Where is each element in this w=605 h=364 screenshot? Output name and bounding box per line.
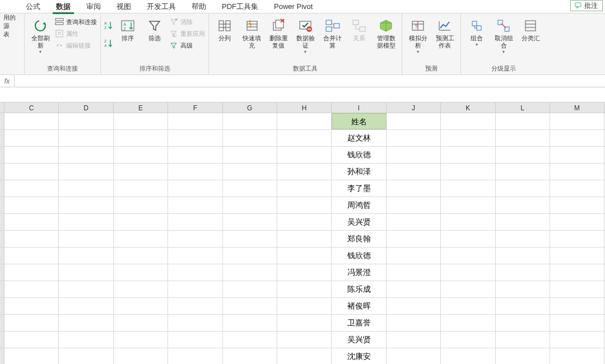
cell[interactable]	[277, 164, 332, 180]
cell[interactable]	[59, 180, 113, 197]
cell[interactable]	[223, 231, 277, 247]
col-header-F[interactable]: F	[168, 102, 222, 113]
cell[interactable]	[441, 214, 495, 230]
cell[interactable]	[59, 281, 113, 297]
cell[interactable]	[387, 197, 441, 213]
cell[interactable]	[59, 164, 113, 180]
cell[interactable]	[441, 147, 495, 163]
col-header-J[interactable]: J	[387, 102, 441, 113]
cell[interactable]	[441, 180, 495, 197]
cell[interactable]	[550, 130, 604, 146]
cell[interactable]	[277, 332, 332, 348]
cell[interactable]	[441, 332, 495, 348]
cell[interactable]	[59, 113, 113, 129]
text-to-columns-button[interactable]: 分列	[212, 16, 237, 44]
data-validation-button[interactable]: 数据验证 ▾	[293, 16, 318, 57]
cell[interactable]	[441, 348, 495, 364]
cell[interactable]	[4, 248, 59, 264]
cell[interactable]	[59, 264, 113, 281]
cell[interactable]: 沈康安	[332, 348, 386, 364]
tab-devtools[interactable]: 开发工具	[139, 0, 184, 13]
cell[interactable]	[114, 197, 168, 213]
cell[interactable]	[223, 197, 277, 213]
cell[interactable]	[550, 180, 604, 197]
cell[interactable]	[168, 298, 222, 314]
col-header-M[interactable]: M	[550, 102, 604, 113]
cell[interactable]	[277, 264, 332, 281]
cell[interactable]	[496, 214, 550, 230]
cell[interactable]	[550, 164, 604, 180]
cell[interactable]: 周鸿哲	[332, 197, 386, 213]
cell[interactable]: 郑良翰	[332, 231, 386, 247]
cell[interactable]	[4, 332, 59, 348]
tab-formula[interactable]: 公式	[18, 0, 48, 13]
cell[interactable]	[4, 231, 59, 247]
subtotal-button[interactable]: 分类汇	[518, 16, 543, 44]
cell[interactable]: 吴兴贤	[332, 214, 386, 230]
tab-data[interactable]: 数据	[48, 0, 78, 13]
cell[interactable]	[277, 298, 332, 314]
cell[interactable]	[277, 248, 332, 264]
cell[interactable]	[59, 332, 113, 348]
cell[interactable]	[550, 248, 604, 264]
cell[interactable]	[168, 315, 222, 331]
col-header-H[interactable]: H	[277, 102, 332, 113]
cell[interactable]	[114, 264, 168, 281]
whatif-button[interactable]: ? 模拟分析 ▾	[406, 16, 430, 57]
cell[interactable]	[4, 298, 59, 314]
cell[interactable]	[4, 147, 59, 163]
cell[interactable]	[114, 214, 168, 230]
cell[interactable]	[277, 214, 332, 230]
cell[interactable]	[387, 332, 441, 348]
cell[interactable]	[168, 231, 222, 247]
cell[interactable]	[277, 231, 332, 247]
cell[interactable]: 赵文林	[332, 130, 386, 146]
cell[interactable]	[168, 264, 222, 281]
cell[interactable]	[114, 130, 168, 146]
cell[interactable]	[4, 264, 59, 281]
cell[interactable]	[223, 332, 277, 348]
col-header-E[interactable]: E	[114, 102, 168, 113]
cell[interactable]	[223, 180, 277, 197]
reapply-item[interactable]: 重新应用	[169, 29, 205, 39]
fx-label[interactable]: fx	[0, 75, 15, 87]
cell[interactable]	[59, 315, 113, 331]
cell[interactable]	[550, 264, 604, 281]
cell[interactable]	[387, 315, 441, 331]
cell[interactable]	[387, 298, 441, 314]
cell[interactable]	[496, 231, 550, 247]
cell[interactable]	[496, 180, 550, 197]
cell[interactable]	[441, 315, 495, 331]
cell[interactable]	[550, 332, 604, 348]
cell[interactable]	[223, 264, 277, 281]
cell[interactable]	[168, 281, 222, 297]
cell[interactable]	[114, 315, 168, 331]
cell[interactable]	[114, 332, 168, 348]
cell[interactable]	[550, 348, 604, 364]
cell[interactable]: 李了墨	[332, 180, 386, 197]
col-header-D[interactable]: D	[59, 102, 113, 113]
consolidate-button[interactable]: 合并计算	[320, 16, 345, 52]
cell[interactable]	[496, 332, 550, 348]
tab-pdf[interactable]: PDF工具集	[214, 0, 266, 13]
cell[interactable]	[441, 164, 495, 180]
edit-links-item[interactable]: 编辑链接	[55, 40, 97, 50]
cell[interactable]: 钱欣德	[332, 147, 386, 163]
cell[interactable]	[496, 315, 550, 331]
cell[interactable]	[4, 164, 59, 180]
col-header-I[interactable]: I	[332, 102, 386, 113]
cell[interactable]	[277, 348, 332, 364]
cell[interactable]	[277, 147, 332, 163]
advanced-filter-item[interactable]: 高级	[169, 40, 205, 50]
cell[interactable]: 钱欣德	[332, 248, 386, 264]
cell[interactable]	[441, 264, 495, 281]
data-model-button[interactable]: 管理数据模型	[374, 16, 398, 52]
cell[interactable]: 吴兴贤	[332, 332, 386, 348]
cell[interactable]	[59, 298, 113, 314]
cell[interactable]	[168, 164, 222, 180]
cell[interactable]	[441, 231, 495, 247]
col-header-L[interactable]: L	[496, 102, 550, 113]
col-header-K[interactable]: K	[441, 102, 495, 113]
cell[interactable]	[223, 113, 277, 129]
flash-fill-button[interactable]: 快速填充	[239, 16, 264, 52]
